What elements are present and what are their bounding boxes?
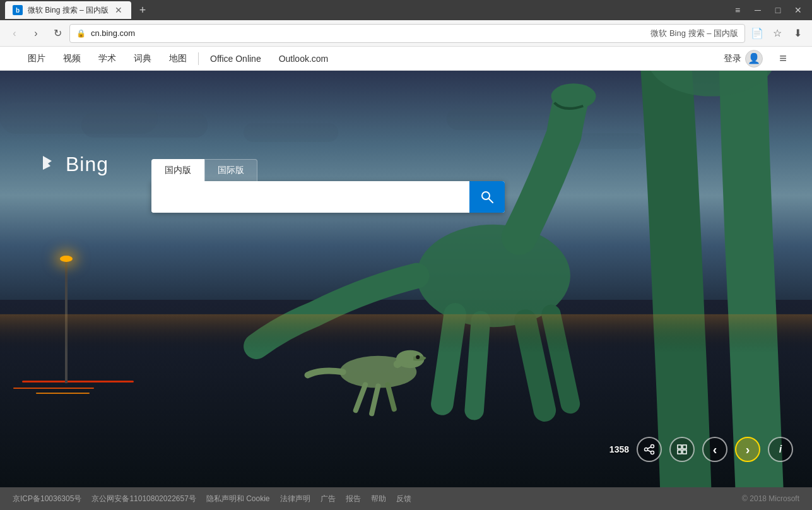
lock-icon: 🔒 (76, 29, 86, 38)
nav-right-buttons: 📄 ☆ ⬇ (748, 24, 807, 43)
tab-bar: b 微软 Bing 搜索 – 国内版 ✕ + (5, 1, 724, 19)
svg-line-15 (489, 199, 493, 203)
footer-link-privacy[interactable]: 隐私声明和 Cookie (206, 494, 270, 504)
svg-point-17 (651, 451, 654, 454)
svg-point-16 (651, 445, 654, 448)
search-icon (481, 191, 493, 203)
svg-line-20 (647, 450, 651, 452)
svg-rect-22 (683, 445, 686, 449)
tab-favicon: b (13, 5, 23, 15)
svg-line-10 (356, 385, 365, 411)
menu-bar: 图片 视频 学术 词典 地图 Office Online Outlook.com… (0, 47, 812, 71)
forward-button[interactable]: › (26, 24, 45, 43)
menu-item-maps[interactable]: 地图 (160, 47, 196, 71)
menu-item-video[interactable]: 视频 (54, 47, 90, 71)
prev-image-button[interactable]: ‹ (702, 437, 727, 462)
login-label: 登录 (724, 53, 741, 64)
menu-item-office-online[interactable]: Office Online (201, 47, 270, 71)
footer-link-icp[interactable]: 京ICP备10036305号 (13, 494, 81, 504)
share-icon (644, 444, 655, 455)
svg-point-14 (482, 192, 490, 199)
search-box (151, 181, 505, 213)
background-image (0, 71, 812, 487)
address-bar[interactable]: 🔒 cn.bing.com 微软 Bing 搜索 – 国内版 (69, 24, 745, 43)
search-area: 国内版 国际版 (151, 159, 505, 213)
svg-line-11 (372, 386, 378, 414)
svg-rect-13 (0, 314, 812, 353)
title-bar: b 微软 Bing 搜索 – 国内版 ✕ + ≡ ─ □ ✕ (0, 0, 812, 20)
address-title: 微软 Bing 搜索 – 国内版 (650, 28, 738, 39)
grid-icon (676, 444, 688, 455)
svg-line-19 (647, 447, 651, 449)
search-tabs: 国内版 国际版 (151, 159, 505, 181)
bing-logo-icon (38, 153, 61, 176)
hamburger-menu-button[interactable]: ≡ (773, 49, 793, 69)
menu-item-outlook[interactable]: Outlook.com (270, 47, 338, 71)
menu-item-images[interactable]: 图片 (19, 47, 54, 71)
svg-rect-21 (678, 445, 681, 449)
close-window-button[interactable]: ✕ (789, 1, 807, 19)
menu-separator (198, 52, 199, 65)
footer: 京ICP备10036305号 京公网安备11010802022657号 隐私声明… (0, 487, 812, 510)
menu-right-area: 登录 👤 ≡ (716, 47, 793, 70)
image-count: 1358 (609, 444, 629, 454)
footer-link-ads[interactable]: 广告 (321, 494, 336, 504)
footer-link-help[interactable]: 帮助 (371, 494, 386, 504)
share-button[interactable] (637, 437, 662, 462)
tab-title: 微软 Bing 搜索 – 国内版 (28, 5, 109, 16)
download-button[interactable]: ⬇ (788, 24, 807, 43)
minimize-button[interactable]: ─ (749, 1, 767, 19)
grid-view-button[interactable] (669, 437, 695, 462)
svg-rect-23 (678, 450, 681, 454)
svg-rect-24 (683, 450, 686, 454)
window-menu-button[interactable]: ≡ (729, 1, 746, 19)
avatar-icon: 👤 (745, 50, 763, 68)
browser-frame: b 微软 Bing 搜索 – 国内版 ✕ + ≡ ─ □ ✕ ‹ › ↻ 🔒 c… (0, 0, 812, 510)
info-button[interactable]: i (768, 437, 793, 462)
bing-logo: Bing (38, 153, 109, 176)
dinosaur-scene (0, 71, 812, 487)
search-button[interactable] (469, 181, 505, 213)
favorites-button[interactable]: ☆ (768, 24, 787, 43)
svg-point-18 (645, 448, 648, 451)
main-content: Bing 国内版 国际版 1358 (0, 71, 812, 487)
footer-link-beian[interactable]: 京公网安备11010802022657号 (91, 494, 196, 504)
footer-link-feedback[interactable]: 反馈 (396, 494, 411, 504)
menu-item-academic[interactable]: 学术 (90, 47, 125, 71)
back-button[interactable]: ‹ (5, 24, 24, 43)
menu-item-dictionary[interactable]: 词典 (125, 47, 160, 71)
tab-international[interactable]: 国际版 (204, 159, 257, 181)
login-button[interactable]: 登录 👤 (716, 47, 770, 70)
bottom-controls: 1358 ‹ › i (609, 437, 793, 462)
footer-link-report[interactable]: 报告 (346, 494, 361, 504)
svg-line-12 (388, 385, 394, 410)
bing-logo-text: Bing (66, 153, 109, 176)
refresh-button[interactable]: ↻ (48, 24, 67, 43)
maximize-button[interactable]: □ (769, 1, 787, 19)
footer-copyright: © 2018 Microsoft (742, 494, 799, 503)
footer-link-legal[interactable]: 法律声明 (280, 494, 310, 504)
tab-domestic[interactable]: 国内版 (151, 159, 204, 181)
nav-bar: ‹ › ↻ 🔒 cn.bing.com 微软 Bing 搜索 – 国内版 📄 ☆… (0, 20, 812, 47)
reader-view-button[interactable]: 📄 (748, 24, 767, 43)
active-tab[interactable]: b 微软 Bing 搜索 – 国内版 ✕ (5, 1, 131, 19)
next-image-button[interactable]: › (735, 437, 760, 462)
window-controls: ≡ ─ □ ✕ (729, 1, 807, 19)
address-domain: cn.bing.com (91, 28, 645, 38)
svg-point-9 (416, 355, 420, 359)
new-tab-button[interactable]: + (134, 1, 151, 19)
tab-close-button[interactable]: ✕ (114, 5, 124, 15)
search-input[interactable] (151, 181, 469, 213)
